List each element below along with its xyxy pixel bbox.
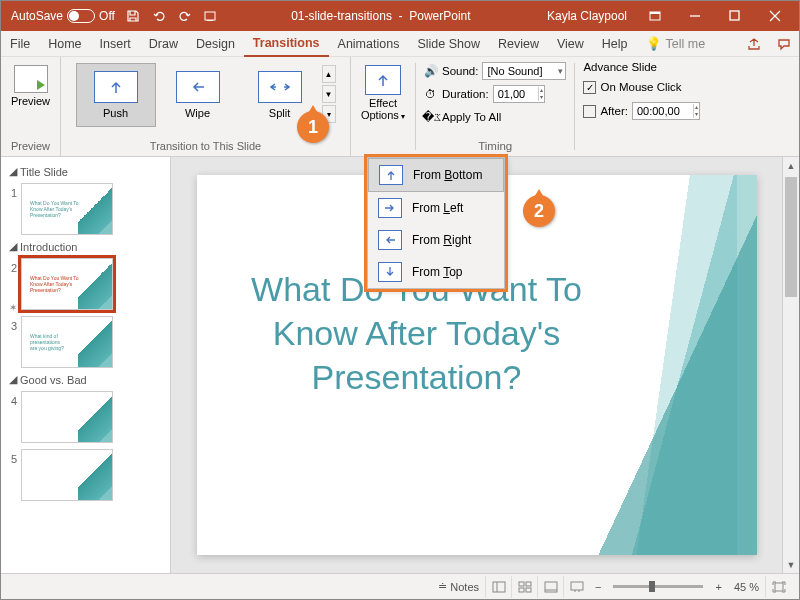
notes-button[interactable]: ≐ Notes (432, 575, 485, 599)
user-name[interactable]: Kayla Claypool (539, 9, 635, 23)
svg-rect-0 (205, 12, 215, 20)
duration-icon: ⏱ (424, 88, 438, 100)
push-label: Push (103, 107, 128, 119)
section-introduction[interactable]: ◢ Introduction (5, 238, 166, 255)
thumb-2[interactable]: 2 What Do You Want ToKnow After Today'sP… (5, 255, 166, 313)
callout-1: 1 (297, 111, 329, 143)
wipe-label: Wipe (185, 107, 210, 119)
vertical-scrollbar[interactable]: ▲ ▼ (782, 157, 799, 573)
zoom-slider[interactable] (613, 585, 703, 588)
group-effect-options: Effect Options ▾ (351, 57, 415, 156)
svg-rect-9 (526, 582, 531, 586)
dd-label: From Top (412, 265, 462, 279)
slideshow-view-icon[interactable] (563, 576, 589, 598)
thumb-5[interactable]: 5 (5, 446, 166, 504)
tab-transitions[interactable]: Transitions (244, 31, 329, 57)
maximize-icon[interactable] (715, 1, 755, 31)
tab-help[interactable]: Help (593, 31, 637, 57)
redo-icon[interactable] (173, 4, 197, 28)
checkbox-icon: ✓ (583, 81, 596, 94)
svg-rect-10 (519, 588, 524, 592)
autosave-toggle[interactable]: AutoSave Off (5, 9, 121, 23)
ribbon-tabs: File Home Insert Draw Design Transitions… (1, 31, 799, 57)
apply-to-all-button[interactable]: �ػ Apply To All (424, 107, 566, 127)
gallery-down-icon[interactable]: ▼ (322, 85, 336, 103)
duration-spinner[interactable]: 01,00 (493, 85, 545, 103)
fit-to-window-icon[interactable] (765, 576, 791, 598)
doc-name: 01-slide-transitions (291, 9, 392, 23)
tab-home[interactable]: Home (39, 31, 90, 57)
close-icon[interactable] (755, 1, 795, 31)
scroll-up-icon[interactable]: ▲ (783, 157, 799, 174)
duration-label: Duration: (442, 88, 489, 100)
reading-view-icon[interactable] (537, 576, 563, 598)
scroll-thumb[interactable] (785, 177, 797, 297)
preview-icon (14, 65, 48, 93)
tab-view[interactable]: View (548, 31, 593, 57)
svg-rect-14 (571, 582, 583, 590)
transition-wipe[interactable]: Wipe (158, 63, 238, 127)
tab-insert[interactable]: Insert (91, 31, 140, 57)
normal-view-icon[interactable] (485, 576, 511, 598)
tab-design[interactable]: Design (187, 31, 244, 57)
group-label-transition: Transition to This Slide (150, 140, 261, 154)
thumb-num: 5 (7, 449, 21, 465)
section-title-slide[interactable]: ◢ Title Slide (5, 163, 166, 180)
tab-draw[interactable]: Draw (140, 31, 187, 57)
effect-options-label: Effect Options ▾ (355, 97, 411, 123)
tab-file[interactable]: File (1, 31, 39, 57)
section-good-vs-bad[interactable]: ◢ Good vs. Bad (5, 371, 166, 388)
minimize-icon[interactable] (675, 1, 715, 31)
titlebar: AutoSave Off 01-slide-transitions - Powe… (1, 1, 799, 31)
from-bottom-icon (379, 165, 403, 185)
dropdown-from-right[interactable]: From Right (368, 224, 504, 256)
thumb-num: 3 (7, 316, 21, 332)
ribbon-options-icon[interactable] (635, 1, 675, 31)
save-icon[interactable] (121, 4, 145, 28)
after-checkbox[interactable] (583, 105, 596, 118)
push-icon (94, 71, 138, 103)
tab-review[interactable]: Review (489, 31, 548, 57)
dd-label: From Left (412, 201, 463, 215)
dropdown-from-top[interactable]: From Top (368, 256, 504, 288)
tab-animations[interactable]: Animations (329, 31, 409, 57)
split-label: Split (269, 107, 290, 119)
comments-icon[interactable] (769, 32, 799, 56)
sound-combo[interactable]: [No Sound] (482, 62, 566, 80)
preview-button[interactable]: Preview (7, 61, 55, 107)
after-spinner[interactable]: 00:00,00 (632, 102, 700, 120)
on-click-label: On Mouse Click (600, 81, 681, 93)
zoom-level[interactable]: 45 % (728, 575, 765, 599)
transition-push[interactable]: Push (76, 63, 156, 127)
undo-icon[interactable] (147, 4, 171, 28)
dropdown-from-left[interactable]: From Left (368, 192, 504, 224)
split-icon (258, 71, 302, 103)
share-icon[interactable] (739, 32, 769, 56)
on-mouse-click-checkbox[interactable]: ✓ On Mouse Click (583, 77, 699, 97)
thumb-preview: What kind of presentationsare you giving… (21, 316, 113, 368)
apply-all-icon: �ػ (424, 110, 438, 124)
svg-rect-11 (526, 588, 531, 592)
thumb-3[interactable]: 3 What kind of presentationsare you givi… (5, 313, 166, 371)
transition-gallery: Push Wipe Split (76, 61, 320, 127)
autosave-label: AutoSave (11, 9, 63, 23)
gallery-up-icon[interactable]: ▲ (322, 65, 336, 83)
quick-access-toolbar (121, 4, 223, 28)
zoom-out-button[interactable]: − (589, 575, 607, 599)
group-label-preview: Preview (11, 140, 50, 154)
thumb-preview: What Do You Want ToKnow After Today'sPre… (21, 258, 113, 310)
tab-slideshow[interactable]: Slide Show (408, 31, 489, 57)
effect-options-button[interactable]: Effect Options ▾ (355, 61, 411, 123)
thumb-1[interactable]: 1 What Do You Want ToKnow After Today'sP… (5, 180, 166, 238)
tell-me[interactable]: 💡 Tell me (637, 31, 715, 57)
animation-indicator-icon: ✶ (9, 302, 17, 313)
svg-rect-8 (519, 582, 524, 586)
start-from-beginning-icon[interactable] (199, 4, 223, 28)
scroll-down-icon[interactable]: ▼ (783, 556, 799, 573)
zoom-in-button[interactable]: + (709, 575, 727, 599)
window-title: 01-slide-transitions - PowerPoint (223, 9, 539, 23)
dropdown-from-bottom[interactable]: From Bottom (368, 158, 504, 192)
ribbon: Preview Preview Push Wipe Split ▲ (1, 57, 799, 157)
thumb-4[interactable]: 4 (5, 388, 166, 446)
sorter-view-icon[interactable] (511, 576, 537, 598)
